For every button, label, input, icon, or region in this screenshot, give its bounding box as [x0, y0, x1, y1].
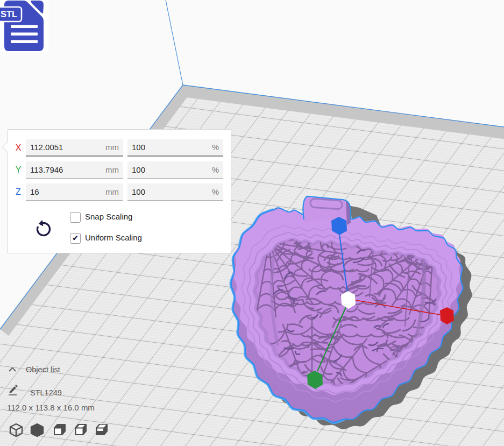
svg-text:STL: STL: [1, 9, 17, 19]
